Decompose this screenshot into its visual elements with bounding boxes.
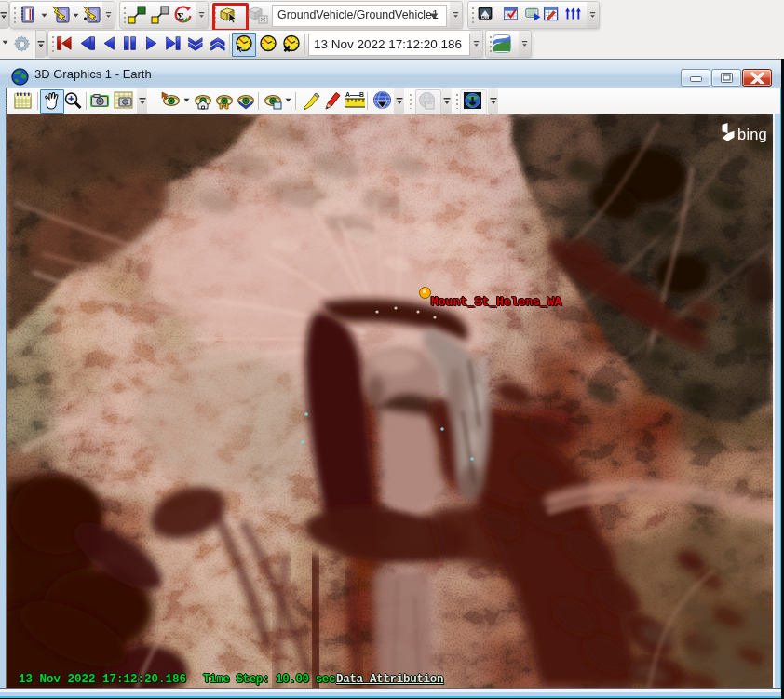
svg-text:DM: DM: [481, 14, 490, 20]
svg-text:Σ: Σ: [177, 10, 184, 23]
svg-text:A: A: [345, 91, 350, 98]
svg-text:bing: bing: [737, 126, 767, 142]
svg-text:B: B: [359, 91, 364, 98]
